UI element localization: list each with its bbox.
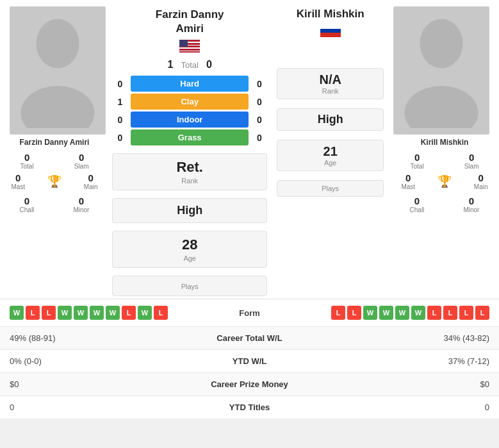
stat-right-1: 37% (7-12): [324, 350, 499, 373]
clay-right-score: 0: [251, 97, 267, 107]
hard-row: 0 Hard 0: [112, 76, 267, 92]
center-right-name-block: Kirill Mishkin: [274, 0, 387, 40]
right-avatar-svg: [403, 13, 480, 128]
right-player-name: Kirill Mishkin: [421, 138, 469, 147]
svg-point-2: [420, 19, 462, 69]
left-player-name: Farzin Danny Amiri: [20, 138, 90, 147]
left-player-photo: [10, 6, 106, 135]
right-form-badge-W: W: [363, 306, 377, 320]
right-age-plays-block: N/A Rank High 21 Age Plays: [277, 65, 384, 200]
plays-box: Plays: [112, 276, 267, 296]
right-main-value: 0: [474, 172, 488, 183]
center-left-name-block: Farzin Danny Amiri: [109, 0, 270, 56]
left-chall-stat: 0 Chall: [20, 195, 35, 213]
indoor-right-score: 0: [251, 115, 267, 125]
grass-badge: Grass: [131, 129, 249, 145]
right-minor-value: 0: [463, 195, 479, 206]
left-stat-row-1: 0 Total 0 Slam: [0, 152, 109, 170]
left-trophy-row: 0 Mast 🏆 0 Main: [0, 172, 109, 190]
clay-badge: Clay: [131, 94, 249, 110]
right-main-stat: 0 Main: [474, 172, 488, 190]
center-left-player-name: Farzin Danny Amiri: [112, 8, 267, 36]
hard-badge: Hard: [131, 76, 249, 92]
right-total-label: Total: [411, 163, 424, 170]
hard-left-score: 0: [112, 79, 128, 89]
right-form-badge-W: W: [395, 306, 409, 320]
right-rank-value: N/A: [284, 72, 377, 87]
left-main-stat: 0 Main: [84, 172, 98, 190]
main-container: Farzin Danny Amiri 0 Total 0 Slam 0 Mast…: [0, 0, 499, 419]
age-plays-block: Ret. Rank High 28 Age Plays: [112, 151, 267, 299]
stat-right-0: 34% (43-82): [324, 327, 499, 350]
right-form-badge-L: L: [475, 306, 489, 320]
stats-row-3: 0 YTD Titles 0: [0, 396, 499, 419]
top-section: Farzin Danny Amiri 0 Total 0 Slam 0 Mast…: [0, 0, 499, 299]
right-chall-stat: 0 Chall: [410, 195, 425, 213]
right-center-col: Kirill Mishkin N/A Rank High 21 Age: [270, 0, 390, 299]
right-slam-label: Slam: [464, 163, 479, 170]
left-mast-stat: 0 Mast: [11, 172, 25, 190]
stats-row-1: 0% (0-0) YTD W/L 37% (7-12): [0, 350, 499, 373]
age-label: Age: [119, 254, 260, 262]
right-stat-row-1: 0 Total 0 Slam: [390, 152, 499, 170]
vs-total-row: 1 Total 0: [109, 59, 270, 71]
svg-point-3: [404, 86, 478, 128]
left-form-badge-W: W: [106, 306, 120, 320]
high-box: High: [112, 198, 267, 223]
left-mast-value: 0: [11, 172, 25, 183]
age-value: 28: [119, 236, 260, 253]
right-form-badge-L: L: [443, 306, 457, 320]
left-form-badge-L: L: [154, 306, 168, 320]
right-slam-value: 0: [464, 152, 479, 163]
right-trophy-row: 0 Mast 🏆 0 Main: [390, 172, 499, 190]
indoor-badge: Indoor: [131, 112, 249, 128]
indoor-row: 0 Indoor 0: [112, 112, 267, 128]
left-form-badge-L: L: [26, 306, 40, 320]
stat-left-0: 49% (88-91): [0, 327, 175, 350]
stat-left-2: $0: [0, 373, 175, 396]
right-minor-label: Minor: [463, 206, 479, 213]
left-minor-label: Minor: [73, 206, 89, 213]
right-chall-label: Chall: [410, 206, 425, 213]
right-player-col: Kirill Mishkin 0 Total 0 Slam 0 Mast 🏆: [390, 0, 499, 299]
stat-label-2: Career Prize Money: [175, 373, 325, 396]
career-stats-table: 49% (88-91) Career Total W/L 34% (43-82)…: [0, 326, 499, 419]
hard-right-score: 0: [251, 79, 267, 89]
stats-row-2: $0 Career Prize Money $0: [0, 373, 499, 396]
h2h-total-left: 1: [168, 59, 174, 71]
left-chall-label: Chall: [20, 206, 35, 213]
plays-label: Plays: [119, 283, 260, 290]
h2h-total-label: Total: [181, 60, 198, 70]
left-trophy-icon: 🏆: [47, 174, 61, 188]
stat-right-2: $0: [324, 373, 499, 396]
svg-point-0: [36, 19, 79, 69]
left-form-badges: WLLWWWWLWL: [10, 306, 168, 320]
left-flag-center: [112, 40, 267, 53]
right-form-badge-L: L: [459, 306, 473, 320]
grass-right-score: 0: [251, 133, 267, 143]
clay-left-score: 1: [112, 97, 128, 107]
right-mast-stat: 0 Mast: [401, 172, 415, 190]
stat-left-3: 0: [0, 396, 175, 419]
right-form-badge-W: W: [411, 306, 425, 320]
stat-label-3: YTD Titles: [175, 396, 325, 419]
left-main-value: 0: [84, 172, 98, 183]
left-stat-row-3: 0 Chall 0 Minor: [0, 195, 109, 213]
right-main-label: Main: [474, 183, 488, 190]
center-col: Farzin Danny Amiri 1 Total 0 0 Hard 0: [109, 0, 270, 299]
stat-label-0: Career Total W/L: [175, 327, 325, 350]
center-right-player-name: Kirill Mishkin: [277, 8, 384, 21]
usa-flag-icon: [179, 40, 200, 53]
right-player-photo: [393, 6, 489, 135]
left-form-badge-W: W: [90, 306, 104, 320]
left-form-badge-W: W: [138, 306, 152, 320]
right-mast-label: Mast: [401, 183, 415, 190]
stat-right-3: 0: [324, 396, 499, 419]
stats-row-0: 49% (88-91) Career Total W/L 34% (43-82): [0, 327, 499, 350]
right-form-badge-L: L: [331, 306, 345, 320]
right-rank-label: Rank: [284, 87, 377, 95]
right-form-badge-L: L: [427, 306, 441, 320]
right-high-box: High: [277, 108, 384, 131]
right-plays-box: Plays: [277, 180, 384, 197]
age-box: 28 Age: [112, 231, 267, 268]
